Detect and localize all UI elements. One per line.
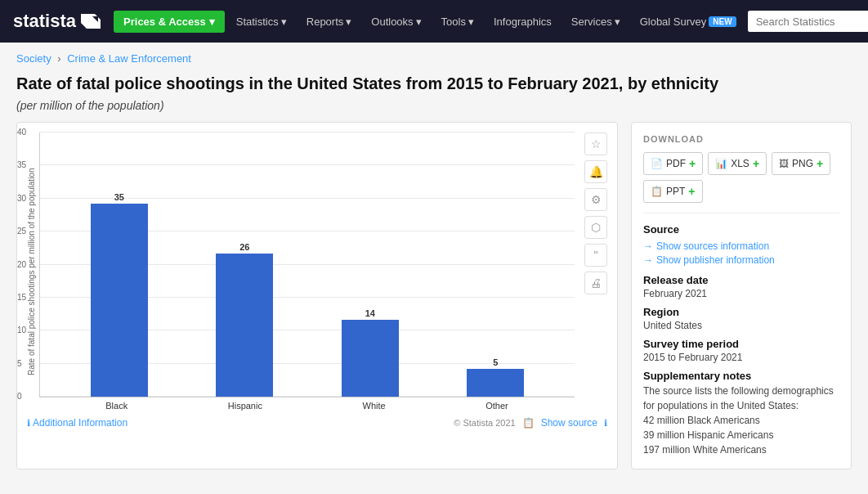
source-section: Source → Show sources information → Show…: [643, 223, 839, 266]
bar-group-black: 35: [91, 192, 148, 397]
chart-container: ☆ 🔔 ⚙ ⬡ " 🖨 Rate of fatal police shootin…: [16, 122, 618, 469]
bar-group-hispanic: 26: [216, 242, 273, 397]
download-ppt-button[interactable]: 📋 PPT +: [643, 180, 703, 203]
survey-period-label: Survey time period: [643, 338, 839, 350]
print-button[interactable]: 🖨: [584, 272, 607, 294]
bar-black: [91, 204, 148, 397]
show-source-link[interactable]: Show source: [541, 417, 597, 429]
x-label-hispanic: Hispanic: [228, 401, 262, 411]
ppt-label: PPT: [666, 186, 685, 197]
download-label: DOWNLOAD: [643, 134, 839, 144]
region-value: United States: [643, 320, 839, 331]
bar-value-black: 35: [114, 192, 124, 202]
services-nav[interactable]: Services ▾: [563, 11, 629, 33]
tools-nav[interactable]: Tools ▾: [433, 11, 482, 33]
source-title: Source: [643, 223, 839, 236]
show-sources-link[interactable]: → Show sources information: [643, 240, 839, 252]
search-box[interactable]: 🔍: [748, 11, 868, 32]
bar-value-white: 14: [365, 308, 375, 318]
sidebar-card: DOWNLOAD 📄 PDF + 📊 XLS + 🖼 PNG: [631, 122, 852, 469]
breadcrumb: Society › Crime & Law Enforcement: [0, 43, 868, 70]
top-navigation: statista Prices & Access ▾ Statistics ▾ …: [0, 0, 868, 43]
download-xls-button[interactable]: 📊 XLS +: [708, 152, 767, 175]
bar-hispanic: [216, 254, 273, 397]
download-pdf-button[interactable]: 📄 PDF +: [643, 152, 703, 175]
additional-info-link[interactable]: ℹ Additional Information: [27, 417, 128, 429]
region-label: Region: [643, 306, 839, 318]
page-subtitle: (per million of the population): [0, 97, 868, 122]
y-axis-label: Rate of fatal police shootings per milli…: [27, 132, 36, 411]
release-date-value: February 2021: [643, 288, 839, 299]
png-plus: +: [817, 157, 823, 170]
infographics-nav[interactable]: Infographics: [485, 11, 560, 33]
x-label-white: White: [363, 401, 386, 411]
nav-right-area: 🔍 ✉ 🌐 Login: [748, 11, 868, 32]
bar-white: [342, 320, 399, 397]
share-button[interactable]: ⬡: [584, 216, 607, 239]
pdf-icon: 📄: [651, 158, 663, 169]
xls-icon: 📊: [715, 158, 727, 169]
page-title: Rate of fatal police shootings in the Un…: [0, 70, 868, 97]
chart-footer: ℹ Additional Information © Statista 2021…: [27, 417, 607, 429]
settings-button[interactable]: ⚙: [584, 188, 607, 211]
ppt-icon: 📋: [651, 186, 663, 197]
pdf-plus: +: [689, 157, 696, 170]
bar-value-hispanic: 26: [239, 242, 249, 252]
logo-icon: [81, 14, 101, 29]
png-label: PNG: [792, 158, 813, 169]
statistics-nav[interactable]: Statistics ▾: [228, 11, 295, 33]
survey-period-value: 2015 to February 2021: [643, 352, 839, 363]
bars-area: 3526145: [40, 132, 575, 397]
download-png-button[interactable]: 🖼 PNG +: [772, 152, 830, 175]
chart-wrapper: Rate of fatal police shootings per milli…: [27, 132, 575, 411]
download-buttons: 📄 PDF + 📊 XLS + 🖼 PNG +: [643, 152, 839, 203]
breadcrumb-society[interactable]: Society: [16, 52, 51, 65]
bar-other: [467, 369, 524, 397]
x-label-black: Black: [105, 401, 128, 411]
show-publisher-link[interactable]: → Show publisher information: [643, 254, 839, 266]
png-icon: 🖼: [779, 158, 789, 169]
chart-inner: 40 35 30 25 20 15 10 5 0 3526145 BlackHi…: [39, 132, 575, 411]
supp-notes-text: The source lists the following demograph…: [643, 384, 839, 457]
main-content: ☆ 🔔 ⚙ ⬡ " 🖨 Rate of fatal police shootin…: [0, 122, 868, 486]
logo-text: statista: [13, 11, 76, 32]
statista-badge: © Statista 2021: [454, 418, 515, 428]
global-survey-nav[interactable]: Global Survey NEW: [632, 11, 745, 33]
info-icon[interactable]: ℹ: [604, 418, 607, 429]
reports-nav[interactable]: Reports ▾: [298, 11, 360, 33]
release-date-label: Release date: [643, 274, 839, 286]
bar-group-other: 5: [467, 357, 524, 397]
xls-label: XLS: [731, 158, 749, 169]
chart-plot: 40 35 30 25 20 15 10 5 0 3526145: [39, 132, 575, 397]
prices-access-button[interactable]: Prices & Access ▾: [114, 11, 225, 33]
download-section: DOWNLOAD 📄 PDF + 📊 XLS + 🖼 PNG: [643, 134, 839, 203]
chart-actions: ☆ 🔔 ⚙ ⬡ " 🖨: [584, 132, 607, 294]
logo[interactable]: statista: [13, 11, 101, 32]
breadcrumb-crime[interactable]: Crime & Law Enforcement: [67, 52, 191, 65]
metadata-section: Release date February 2021 Region United…: [643, 274, 839, 457]
sidebar: DOWNLOAD 📄 PDF + 📊 XLS + 🖼 PNG: [631, 122, 852, 469]
bar-group-white: 14: [342, 308, 399, 397]
ppt-plus: +: [688, 185, 695, 198]
outlooks-nav[interactable]: Outlooks ▾: [363, 11, 429, 33]
pdf-label: PDF: [666, 158, 686, 169]
additional-info-anchor[interactable]: Additional Information: [33, 417, 128, 429]
chart-footer-right: © Statista 2021 📋 Show source ℹ: [454, 417, 607, 429]
bar-value-other: 5: [493, 357, 498, 367]
x-label-other: Other: [485, 401, 508, 411]
star-button[interactable]: ☆: [584, 132, 607, 155]
alert-button[interactable]: 🔔: [584, 160, 607, 183]
xls-plus: +: [753, 157, 759, 170]
new-badge: NEW: [709, 16, 736, 27]
cite-button[interactable]: ": [584, 244, 607, 267]
x-axis: BlackHispanicWhiteOther: [39, 397, 575, 411]
supp-notes-label: Supplementary notes: [643, 370, 839, 382]
search-input[interactable]: [748, 11, 868, 32]
